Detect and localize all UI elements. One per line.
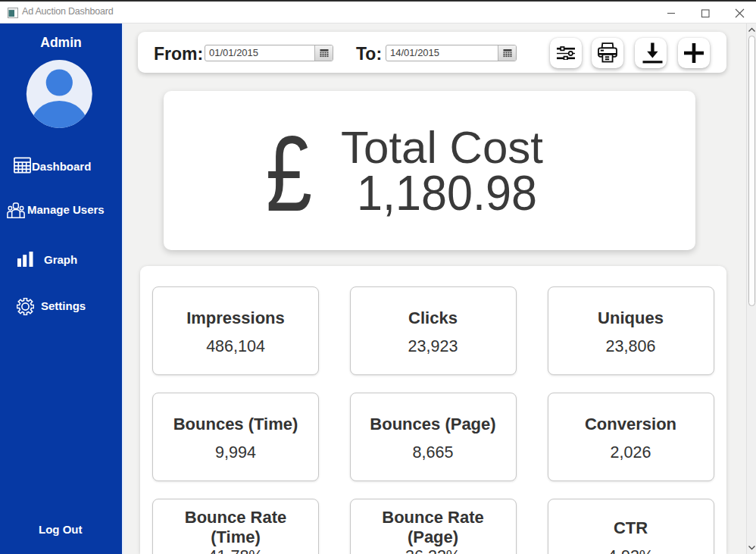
svg-text:1,180.98: 1,180.98 xyxy=(357,165,537,221)
svg-text:£: £ xyxy=(266,114,312,233)
